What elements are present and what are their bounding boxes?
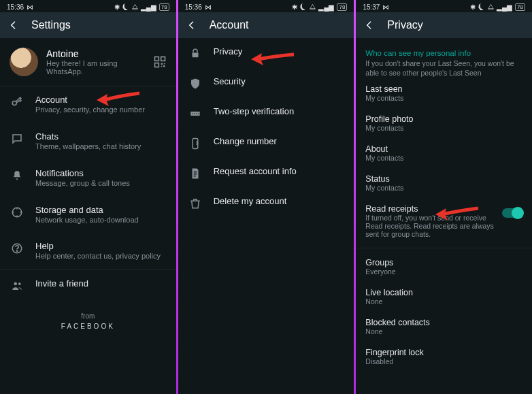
row-notifications[interactable]: NotificationsMessage, group & call tones (0, 160, 176, 197)
footer-from: from (0, 312, 176, 320)
section-help: If you don't share your Last Seen, you w… (365, 59, 522, 78)
lock-icon (189, 48, 201, 60)
svg-point-17 (196, 113, 197, 114)
svg-point-7 (12, 101, 16, 105)
row-sub: Network usage, auto-download (35, 215, 165, 225)
pin-icon (189, 108, 201, 120)
row-request-info[interactable]: Request account info (178, 158, 354, 188)
help-icon (11, 242, 23, 255)
row-sub: My contacts (365, 94, 522, 102)
footer-facebook: FACEBOOK (0, 323, 176, 330)
status-indicators: ✱⏾⧋▂▄▆78 (292, 3, 347, 11)
section-heading: Who can see my personal info (365, 49, 522, 57)
row-help[interactable]: HelpHelp center, contact us, privacy pol… (0, 233, 176, 269)
status-indicators: ✱⏾⧋▂▄▆78 (470, 3, 525, 11)
profile-name: Antoine (46, 48, 145, 59)
status-bar: 15:37⋈ ✱⏾⧋▂▄▆78 (356, 0, 532, 12)
row-title: Privacy (214, 46, 344, 56)
data-icon (11, 206, 23, 218)
row-last-seen[interactable]: Last seenMy contacts (365, 78, 522, 108)
row-chats[interactable]: ChatsTheme, wallpapers, chat history (0, 123, 176, 160)
row-sub: None (365, 327, 522, 335)
status-time: 15:36 (7, 3, 24, 11)
account-panel: 15:36⋈ ✱⏾⧋▂▄▆78 Account Privacy Security… (178, 0, 354, 394)
svg-rect-4 (164, 63, 165, 65)
divider (356, 248, 532, 248)
status-indicators: ✱⏾⧋▂▄▆78 (114, 3, 169, 11)
svg-rect-3 (161, 63, 163, 65)
row-storage[interactable]: Storage and dataNetwork usage, auto-down… (0, 197, 176, 233)
shield-icon (189, 78, 201, 90)
row-groups[interactable]: GroupsEveryone (365, 251, 522, 281)
row-title: About (365, 144, 522, 154)
row-title: Account (35, 95, 165, 105)
row-live-location[interactable]: Live locationNone (365, 281, 522, 311)
row-two-step[interactable]: Two-step verification (178, 98, 354, 128)
row-title: Read receipts (365, 204, 502, 214)
svg-point-12 (18, 282, 21, 285)
row-fingerprint[interactable]: Fingerprint lockDisabled (365, 341, 522, 371)
row-sub: My contacts (365, 184, 522, 192)
row-sub: Help center, contact us, privacy policy (35, 251, 165, 261)
row-title: Last seen (365, 84, 522, 94)
row-about[interactable]: AboutMy contacts (365, 137, 522, 167)
qr-icon[interactable] (153, 55, 167, 69)
row-title: Live location (365, 288, 522, 297)
row-title: Delete my account (214, 196, 344, 206)
row-sub: My contacts (365, 154, 522, 162)
svg-rect-6 (163, 65, 165, 67)
row-title: Notifications (35, 168, 165, 178)
svg-rect-0 (154, 57, 159, 61)
row-title: Groups (365, 258, 522, 267)
page-title: Privacy (387, 19, 422, 31)
row-read-receipts[interactable]: Read receipts If turned off, you won't s… (365, 197, 522, 244)
row-account[interactable]: AccountPrivacy, security, change number (0, 86, 176, 123)
row-sub: Privacy, security, change number (35, 105, 165, 115)
svg-rect-5 (161, 66, 162, 67)
row-title: Security (214, 76, 344, 86)
people-icon (11, 280, 23, 292)
page-title: Settings (31, 19, 71, 31)
svg-point-11 (14, 282, 18, 286)
row-title: Fingerprint lock (365, 348, 522, 357)
row-sub: Disabled (365, 357, 522, 365)
row-title: Two-step verification (214, 106, 344, 116)
row-sub: Everyone (365, 267, 522, 276)
profile-row[interactable]: Antoine Hey there! I am using WhatsApp. (0, 38, 176, 86)
svg-point-16 (194, 113, 195, 114)
row-sub: My contacts (365, 124, 522, 132)
document-icon (189, 167, 201, 180)
row-title: Chats (35, 131, 165, 142)
avatar (10, 48, 38, 76)
back-icon[interactable] (186, 20, 197, 31)
account-list: Privacy Security Two-step verification C… (178, 38, 354, 218)
back-icon[interactable] (364, 20, 375, 31)
status-misc-icon: ⋈ (27, 3, 33, 11)
row-invite[interactable]: Invite a friend (0, 270, 176, 300)
svg-point-18 (198, 113, 199, 114)
row-title: Profile photo (365, 114, 522, 124)
row-title: Change number (214, 136, 344, 146)
settings-panel: 15:36⋈ ✱⏾⧋▂▄▆78 Settings Antoine Hey the… (0, 0, 176, 394)
app-bar: Privacy (356, 12, 532, 38)
row-title: Help (35, 241, 165, 251)
read-receipts-toggle[interactable] (502, 208, 522, 218)
row-status[interactable]: StatusMy contacts (365, 167, 522, 197)
row-delete-account[interactable]: Delete my account (178, 188, 354, 218)
status-bar: 15:36⋈ ✱⏾⧋▂▄▆78 (0, 0, 176, 12)
back-icon[interactable] (8, 20, 19, 31)
chat-icon (11, 133, 23, 145)
settings-list: AccountPrivacy, security, change number … (0, 86, 176, 300)
app-bar: Account (178, 12, 354, 38)
row-security[interactable]: Security (178, 68, 354, 98)
row-profile-photo[interactable]: Profile photoMy contacts (365, 108, 522, 137)
row-privacy[interactable]: Privacy (178, 38, 354, 68)
row-blocked-contacts[interactable]: Blocked contactsNone (365, 311, 522, 341)
row-title: Request account info (214, 166, 344, 176)
row-change-number[interactable]: Change number (178, 128, 354, 158)
row-sub: If turned off, you won't send or receive… (365, 214, 502, 238)
svg-point-15 (192, 113, 193, 114)
profile-status: Hey there! I am using WhatsApp. (46, 59, 145, 76)
svg-point-10 (16, 251, 17, 252)
privacy-panel: 15:37⋈ ✱⏾⧋▂▄▆78 Privacy Who can see my p… (356, 0, 532, 394)
